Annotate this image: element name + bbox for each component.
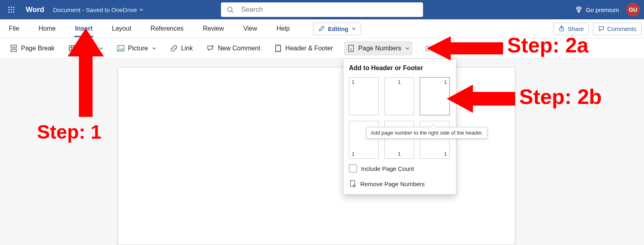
share-icon [559,25,565,32]
page-numbers-icon: # [347,44,355,52]
new-comment-icon [206,44,215,52]
svg-point-27 [119,47,120,48]
svg-point-0 [8,6,9,8]
checkbox-box-icon [349,164,357,172]
svg-text:#: # [350,48,352,51]
chevron-down-icon [139,8,143,12]
chevron-down-icon [152,46,156,50]
annotation-label-step2a: Step: 2a [507,33,588,57]
chevron-down-icon [405,46,409,50]
tab-layout[interactable]: Layout [111,23,132,34]
swatch-digit: 1 [352,79,355,85]
page-number-header-right[interactable]: 1 [420,77,450,115]
svg-rect-16 [11,45,17,47]
svg-point-4 [10,9,12,10]
remove-page-numbers-icon [349,180,356,188]
svg-marker-40 [427,36,503,60]
svg-point-2 [13,6,14,8]
page-number-header-center[interactable]: 1 [384,77,414,115]
annotation-label-step2b: Step: 2b [519,85,602,109]
app-launcher[interactable] [5,3,18,16]
svg-point-5 [13,9,14,10]
picture-button[interactable]: Picture [114,42,159,55]
page-numbers-label: Page Numbers [358,45,401,52]
remove-page-numbers-label: Remove Page Numbers [360,181,425,187]
comments-button[interactable]: Comments [593,23,642,35]
go-premium-button[interactable]: Go premium [575,6,619,13]
page-numbers-button[interactable]: # Page Numbers [344,42,412,55]
share-label: Share [568,25,584,32]
annotation-label-step1: Step: 1 [37,121,101,143]
svg-marker-41 [447,85,515,113]
annotation-arrow-step1 [68,28,104,117]
picture-icon [117,44,125,52]
comment-icon [598,25,605,32]
tab-help[interactable]: Help [276,23,291,34]
editing-label: Editing [328,25,349,32]
new-comment-button[interactable]: New Comment [204,42,263,55]
swatch-digit: 1 [444,79,447,85]
page-numbers-header-row: 1 1 1 [349,77,450,115]
title-bar: Word Document - Saved to OneDrive Go pre… [0,0,644,19]
avatar[interactable]: GU [626,3,640,17]
page-break-icon [10,44,18,52]
tab-view[interactable]: View [242,23,258,34]
swatch-digit: 1 [352,151,355,157]
header-footer-button[interactable]: Header & Footer [272,42,335,55]
svg-rect-17 [11,50,17,52]
search-box[interactable] [221,2,423,17]
page-break-label: Page Break [21,45,55,52]
swatch-digit: 1 [398,151,401,157]
tab-review[interactable]: Review [202,23,225,34]
page-numbers-menu-title: Add to Header or Footer [349,64,450,72]
svg-marker-39 [68,28,104,117]
svg-point-1 [10,6,12,8]
include-page-count-label: Include Page Count [361,165,414,172]
app-launcher-icon [8,6,15,13]
page-number-header-left[interactable]: 1 [349,77,379,115]
editing-mode-button[interactable]: Editing [313,23,361,35]
page-number-tooltip: Add page number to the right side of the… [366,127,487,139]
link-icon [170,44,178,52]
search-input[interactable] [240,5,417,14]
new-comment-label: New Comment [218,45,260,52]
title-bar-right: Go premium GU [575,3,640,17]
svg-point-6 [8,11,9,12]
tab-references[interactable]: References [150,23,184,34]
annotation-arrow-step2a [427,36,503,60]
pencil-icon [318,25,325,32]
premium-diamond-icon [575,6,582,13]
tab-file[interactable]: File [8,23,20,34]
document-status-label: Document - Saved to OneDrive [53,6,137,13]
svg-point-9 [228,7,232,12]
svg-point-8 [13,11,14,12]
link-button[interactable]: Link [167,42,195,55]
svg-point-7 [10,11,12,12]
comments-label: Comments [607,25,636,32]
include-page-count-checkbox[interactable]: Include Page Count [349,164,450,172]
header-footer-label: Header & Footer [285,45,333,52]
svg-point-3 [8,9,9,10]
avatar-initials: GU [629,6,638,13]
svg-line-10 [232,11,233,13]
search-icon [227,6,234,13]
swatch-digit: 1 [398,79,401,85]
remove-page-numbers-button[interactable]: Remove Page Numbers [349,176,450,189]
swatch-digit: 1 [444,151,447,157]
page-break-button[interactable]: Page Break [7,42,57,55]
go-premium-label: Go premium [586,6,619,13]
chevron-down-icon [352,27,356,31]
document-status[interactable]: Document - Saved to OneDrive [53,6,143,13]
page-numbers-menu: Add to Header or Footer 1 1 1 1 1 1 Incl… [343,58,456,195]
annotation-arrow-step2b [447,85,515,113]
tab-home[interactable]: Home [38,23,57,34]
picture-label: Picture [128,45,148,52]
app-name: Word [26,6,44,14]
link-label: Link [181,45,193,52]
header-footer-icon [274,44,282,52]
